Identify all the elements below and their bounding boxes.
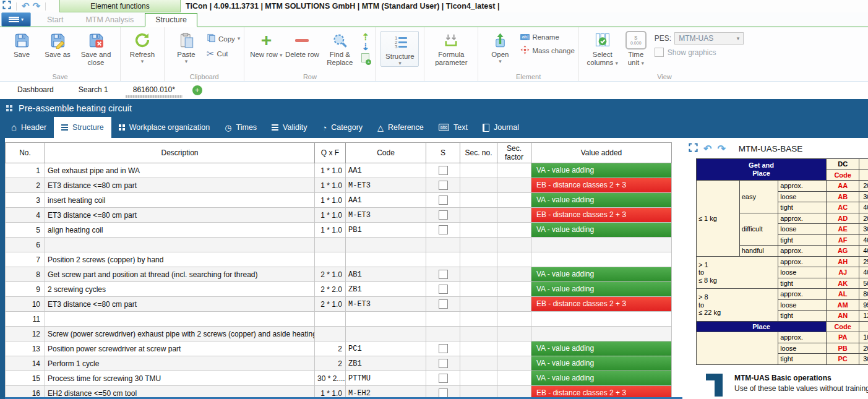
doc-tab-861600[interactable]: 861600.010* — [122, 83, 186, 98]
sec-factor-cell[interactable] — [497, 356, 531, 371]
add-document-icon[interactable] — [361, 53, 369, 62]
s-checkbox-cell[interactable] — [426, 371, 460, 386]
description-cell[interactable]: Get exhaust pipe and in WA — [45, 163, 315, 178]
row-number[interactable]: 14 — [6, 356, 45, 371]
row-number[interactable]: 13 — [6, 341, 45, 356]
tab-header[interactable]: ⌂Header — [4, 117, 54, 138]
description-cell[interactable]: Position 2 screws (copper) by hand — [45, 252, 315, 267]
s-checkbox-cell[interactable] — [426, 238, 460, 252]
qxf-cell[interactable]: 2 — [315, 341, 346, 356]
tab-structure[interactable]: Structure — [54, 117, 111, 138]
sec-no-cell[interactable] — [460, 238, 497, 252]
row-checkbox[interactable] — [439, 285, 448, 294]
row-number[interactable]: 7 — [6, 252, 45, 267]
row-checkbox[interactable] — [439, 388, 448, 398]
qxf-cell[interactable]: 2 * 2.0 — [315, 282, 346, 297]
ribbon-tab-mtm-analysis[interactable]: MTM Analysis — [74, 14, 145, 27]
row-checkbox[interactable] — [439, 181, 448, 190]
column-header[interactable]: Description — [45, 143, 315, 163]
s-checkbox-cell[interactable] — [426, 282, 460, 297]
s-checkbox-cell[interactable] — [426, 297, 460, 312]
code-cell[interactable]: M-ET3 — [346, 297, 426, 312]
qxf-cell[interactable]: 1 * 1.0 — [315, 163, 346, 178]
row-number[interactable]: 2 — [6, 178, 45, 193]
code-cell[interactable]: M-ET3 — [346, 208, 426, 223]
qxf-cell[interactable]: 1 * 1.0 — [315, 208, 346, 223]
doc-tab-search1[interactable]: Search 1 — [67, 83, 119, 98]
sec-factor-cell[interactable] — [497, 252, 531, 267]
rename-button[interactable]: ab| Rename — [520, 33, 574, 41]
s-checkbox-cell[interactable] — [426, 327, 460, 341]
s-checkbox-cell[interactable] — [426, 267, 460, 282]
s-checkbox-cell[interactable] — [426, 193, 460, 208]
panel-redo-icon[interactable]: ↷ — [717, 144, 725, 153]
sec-no-cell[interactable] — [460, 341, 497, 356]
qxf-cell[interactable] — [315, 252, 346, 267]
description-cell[interactable]: 2 screwing cycles — [45, 282, 315, 297]
sec-factor-cell[interactable] — [497, 341, 531, 356]
add-tab-button[interactable]: + — [192, 85, 202, 95]
ribbon-tab-start[interactable]: Start — [36, 14, 74, 27]
description-cell[interactable]: insert heating coil — [45, 193, 315, 208]
code-cell[interactable] — [346, 312, 426, 327]
column-header[interactable]: Sec. no. — [460, 143, 497, 163]
tab-category[interactable]: ◔Category — [314, 117, 370, 138]
description-cell[interactable]: ET3 distance <=80 cm part — [45, 297, 315, 312]
value-added-cell[interactable]: VA - value adding — [531, 223, 672, 238]
s-checkbox-cell[interactable] — [426, 163, 460, 178]
row-number[interactable]: 10 — [6, 297, 45, 312]
sec-factor-cell[interactable] — [497, 282, 531, 297]
sec-factor-cell[interactable] — [497, 312, 531, 327]
copy-button[interactable]: Copy ▾ — [207, 33, 240, 44]
value-added-cell[interactable]: VA - value adding — [531, 371, 672, 386]
qxf-cell[interactable]: 30 * 2.... — [315, 371, 346, 386]
sec-no-cell[interactable] — [460, 267, 497, 282]
code-cell[interactable] — [346, 327, 426, 341]
qxf-cell[interactable]: 1 * 1.0 — [315, 223, 346, 238]
contextual-tab-element-functions[interactable]: Element functions — [59, 0, 181, 12]
qxf-cell[interactable] — [315, 238, 346, 252]
code-cell[interactable]: ZB1 — [346, 282, 426, 297]
sec-no-cell[interactable] — [460, 356, 497, 371]
row-number[interactable]: 8 — [6, 267, 45, 282]
sec-factor-cell[interactable] — [497, 178, 531, 193]
code-cell[interactable]: PTTMU — [346, 371, 426, 386]
description-cell[interactable] — [45, 238, 315, 252]
s-checkbox-cell[interactable] — [426, 208, 460, 223]
sec-factor-cell[interactable] — [497, 327, 531, 341]
tab-workplace-organization[interactable]: Workplace organization — [111, 117, 217, 138]
description-cell[interactable]: ET3 distance <=80 cm part — [45, 178, 315, 193]
row-number[interactable]: 15 — [6, 371, 45, 386]
sec-no-cell[interactable] — [460, 327, 497, 341]
redo-icon[interactable]: ↷ — [33, 2, 41, 11]
column-header[interactable]: S — [426, 143, 460, 163]
sec-no-cell[interactable] — [460, 252, 497, 267]
show-graphics-checkbox[interactable] — [655, 48, 664, 57]
value-added-cell[interactable]: VA - value adding — [531, 356, 672, 371]
sec-no-cell[interactable] — [460, 312, 497, 327]
column-header[interactable]: Value added — [531, 143, 672, 163]
sec-no-cell[interactable] — [460, 178, 497, 193]
tab-times[interactable]: ◷Times — [217, 117, 264, 138]
sec-factor-cell[interactable] — [497, 193, 531, 208]
expand-panel-icon[interactable] — [689, 143, 698, 155]
s-checkbox-cell[interactable] — [426, 223, 460, 238]
save-and-close-button[interactable]: Save and close — [76, 30, 116, 67]
paste-button[interactable]: Paste ▾ — [169, 30, 204, 64]
application-menu-button[interactable]: ▾ — [1, 12, 31, 27]
s-checkbox-cell[interactable] — [426, 341, 460, 356]
cut-button[interactable]: ✂ Cut — [207, 48, 240, 59]
qxf-cell[interactable]: 2 * 1.0 — [315, 267, 346, 282]
tab-reference[interactable]: △Reference — [370, 117, 431, 138]
restore-window-icon[interactable] — [2, 1, 11, 12]
time-unit-button[interactable]: s 0.000 Time unit ▾ — [623, 30, 649, 67]
save-button[interactable]: Save — [4, 30, 39, 59]
sec-no-cell[interactable] — [460, 223, 497, 238]
row-checkbox[interactable] — [439, 359, 448, 368]
sec-factor-cell[interactable] — [497, 163, 531, 178]
qxf-cell[interactable]: 2 * 1.0 — [315, 297, 346, 312]
value-added-cell[interactable]: VA - value adding — [531, 193, 672, 208]
value-added-cell[interactable]: EB - distance classes 2 + 3 — [531, 297, 672, 312]
row-number[interactable]: 3 — [6, 193, 45, 208]
sec-no-cell[interactable] — [460, 208, 497, 223]
